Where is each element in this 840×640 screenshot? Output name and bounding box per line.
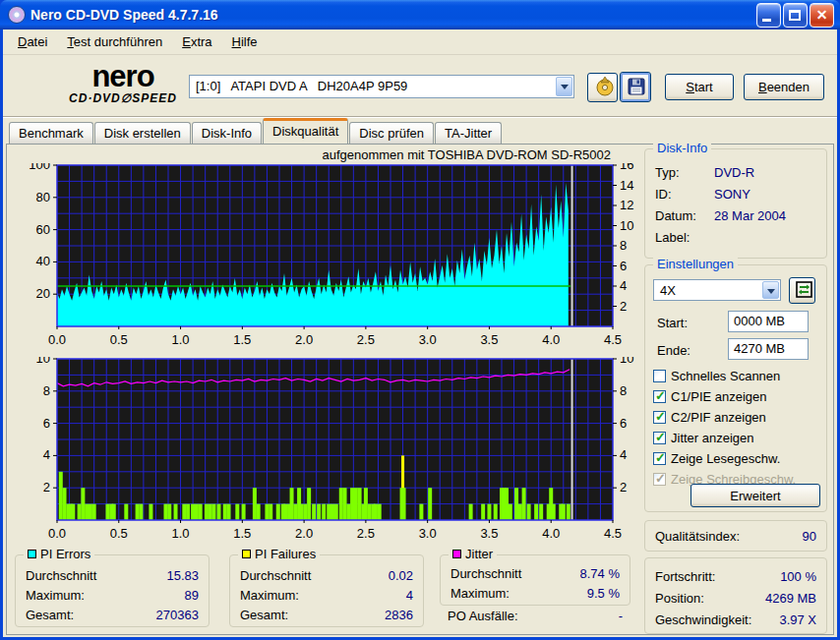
stat-row: Maximum:9.5 % bbox=[441, 583, 630, 603]
disk-info-caption: Disk-Info bbox=[653, 141, 711, 155]
advanced-button[interactable]: Erweitert bbox=[690, 484, 820, 507]
svg-text:4.0: 4.0 bbox=[542, 332, 560, 347]
speed-select-value: 4X bbox=[660, 283, 676, 298]
checkbox-schnelles-scannen[interactable]: Schnelles Scannen bbox=[653, 368, 780, 384]
checkbox-zeige-lesegeschw[interactable]: Zeige Lesegeschw. bbox=[653, 450, 780, 467]
close-button[interactable]: ✕ bbox=[810, 3, 834, 28]
svg-text:16: 16 bbox=[620, 163, 633, 172]
minimize-button[interactable] bbox=[756, 3, 781, 28]
window-body: Datei Test durchführen Extra Hilfe nero … bbox=[3, 29, 837, 637]
stat-row: Maximum:4 bbox=[230, 585, 423, 605]
svg-text:0.0: 0.0 bbox=[48, 526, 66, 541]
svg-text:80: 80 bbox=[36, 190, 50, 204]
chevron-down-icon[interactable] bbox=[762, 281, 779, 299]
drive-select[interactable]: [1:0] ATAPI DVD A DH20A4P 9P59 bbox=[189, 75, 574, 98]
po-failures-label: PO Ausfälle: bbox=[448, 609, 518, 623]
nero-logo-text: nero bbox=[54, 62, 192, 91]
disc-eject-icon bbox=[594, 76, 616, 97]
svg-text:2.5: 2.5 bbox=[357, 526, 375, 541]
quality-index-label: Qualitätsindex: bbox=[655, 529, 740, 544]
svg-text:3.5: 3.5 bbox=[480, 526, 498, 541]
svg-text:8: 8 bbox=[620, 383, 627, 398]
svg-text:1.0: 1.0 bbox=[172, 332, 190, 347]
checkbox-c2-pif[interactable]: C2/PIF anzeigen bbox=[653, 409, 766, 426]
svg-text:10: 10 bbox=[620, 218, 633, 233]
checkbox-icon[interactable] bbox=[653, 452, 666, 465]
start-button[interactable]: Start bbox=[665, 74, 734, 100]
jitter-panel-title: Jitter bbox=[465, 547, 493, 561]
window-title: Nero CD-DVD Speed 4.7.7.16 bbox=[30, 7, 756, 23]
settings-caption: Einstellungen bbox=[653, 257, 738, 271]
tab-benchmark[interactable]: Benchmark bbox=[9, 122, 93, 144]
tab-disc-pruefen[interactable]: Disc prüfen bbox=[349, 122, 434, 144]
svg-text:2.0: 2.0 bbox=[295, 526, 313, 541]
pi-failures-legend-swatch bbox=[242, 550, 251, 558]
chevron-down-icon[interactable] bbox=[556, 77, 572, 96]
tab-ta-jitter[interactable]: TA-Jitter bbox=[435, 122, 502, 144]
menu-test-durchfuehren[interactable]: Test durchführen bbox=[58, 31, 171, 52]
svg-text:4.5: 4.5 bbox=[604, 332, 622, 347]
info-row: ID:SONY bbox=[645, 183, 826, 204]
svg-text:10: 10 bbox=[36, 357, 50, 366]
pi-failures-jitter-chart: 2468102468100.00.51.01.52.02.53.03.54.04… bbox=[9, 357, 646, 546]
svg-text:3.5: 3.5 bbox=[480, 332, 498, 347]
svg-text:2: 2 bbox=[43, 480, 50, 495]
checkbox-jitter[interactable]: Jitter anzeigen bbox=[653, 430, 754, 446]
checkbox-icon[interactable] bbox=[653, 432, 666, 444]
menu-datei[interactable]: Datei bbox=[9, 31, 56, 52]
svg-text:1.5: 1.5 bbox=[233, 332, 251, 347]
svg-text:6: 6 bbox=[43, 416, 50, 431]
checkbox-icon[interactable] bbox=[653, 370, 666, 382]
svg-text:8: 8 bbox=[43, 383, 50, 398]
stat-row: Durchschnitt8.74 % bbox=[441, 563, 630, 583]
checkbox-c1-pie[interactable]: C1/PIE anzeigen bbox=[653, 388, 767, 405]
tab-diskqualitaet[interactable]: Diskqualität bbox=[263, 118, 348, 144]
tab-disk-erstellen[interactable]: Disk erstellen bbox=[94, 122, 191, 144]
start-label: Start: bbox=[657, 316, 688, 330]
drive-select-value: [1:0] ATAPI DVD A DH20A4P 9P59 bbox=[196, 79, 407, 93]
svg-text:1.0: 1.0 bbox=[172, 526, 190, 541]
po-failures-row: PO Ausfälle: - bbox=[448, 609, 623, 623]
svg-text:3.0: 3.0 bbox=[419, 526, 437, 541]
po-failures-value: - bbox=[619, 609, 623, 623]
svg-text:60: 60 bbox=[36, 222, 50, 237]
cddvdspeed-logo-text: CD·DVD∅SPEED bbox=[54, 91, 192, 105]
pi-errors-panel-title: PI Errors bbox=[40, 547, 90, 561]
diskqualitaet-page: aufgenommen mit TOSHIBA DVD-ROM SD-R5002… bbox=[6, 144, 834, 635]
svg-text:1.5: 1.5 bbox=[233, 526, 251, 541]
svg-text:4: 4 bbox=[620, 447, 627, 462]
start-field[interactable]: 0000 MB bbox=[728, 311, 809, 332]
eject-disc-button[interactable] bbox=[587, 73, 618, 102]
progress-row: Fortschritt:100 % bbox=[645, 565, 826, 587]
info-row: Datum:28 Mar 2004 bbox=[645, 204, 826, 226]
pi-failures-panel: PI Failures Durchschnitt0.02 Maximum:4 G… bbox=[229, 554, 424, 627]
tab-disk-info[interactable]: Disk-Info bbox=[192, 122, 262, 144]
menu-hilfe[interactable]: Hilfe bbox=[223, 31, 267, 52]
app-window: Nero CD-DVD Speed 4.7.7.16 ✕ Datei Test … bbox=[0, 0, 840, 640]
checkbox-icon[interactable] bbox=[653, 411, 666, 424]
maximize-button[interactable] bbox=[783, 3, 808, 28]
end-field[interactable]: 4270 MB bbox=[728, 338, 809, 360]
refresh-icon bbox=[796, 281, 812, 298]
pi-failures-panel-title: PI Failures bbox=[255, 547, 316, 561]
nero-logo: nero CD·DVD∅SPEED bbox=[54, 62, 192, 105]
minimize-icon bbox=[762, 19, 771, 22]
pi-errors-panel: PI Errors Durchschnitt15.83 Maximum:89 G… bbox=[15, 554, 210, 627]
svg-text:8: 8 bbox=[620, 238, 627, 253]
svg-text:4.5: 4.5 bbox=[604, 526, 622, 541]
svg-text:10: 10 bbox=[620, 357, 633, 366]
menu-extra[interactable]: Extra bbox=[173, 31, 220, 52]
svg-text:4: 4 bbox=[620, 278, 627, 293]
stat-row: Durchschnitt0.02 bbox=[230, 565, 423, 585]
save-button[interactable] bbox=[620, 72, 651, 102]
checkbox-icon[interactable] bbox=[653, 390, 666, 403]
quit-button[interactable]: Beenden bbox=[744, 74, 824, 100]
close-icon: ✕ bbox=[816, 7, 828, 23]
progress-row: Geschwindigkeit:3.97 X bbox=[645, 609, 826, 630]
tabstrip: Benchmark Disk erstellen Disk-Info Diskq… bbox=[3, 118, 837, 144]
refresh-button[interactable] bbox=[789, 277, 815, 304]
save-floppy-icon bbox=[627, 77, 646, 96]
toolbar: nero CD·DVD∅SPEED [1:0] ATAPI DVD A DH20… bbox=[3, 56, 837, 117]
speed-select[interactable]: 4X bbox=[653, 279, 781, 301]
svg-text:20: 20 bbox=[36, 286, 50, 301]
